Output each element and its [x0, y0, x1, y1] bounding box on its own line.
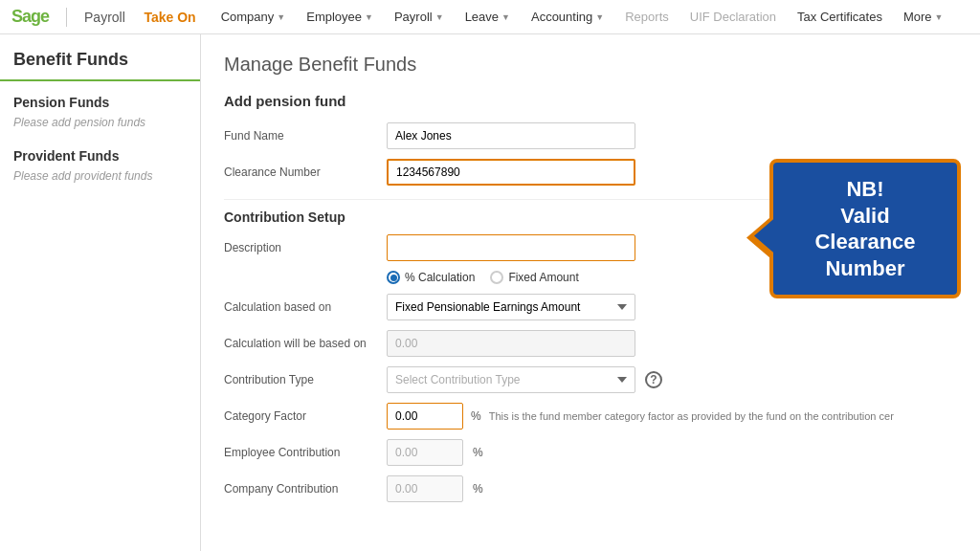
radio-pct-calc[interactable]: % Calculation: [387, 271, 475, 284]
category-factor-group: % This is the fund member category facto…: [387, 403, 894, 430]
nav-company-caret: ▼: [277, 12, 285, 22]
contribution-type-select[interactable]: Select Contribution Type: [387, 366, 635, 393]
radio-pct-circle: [387, 271, 400, 284]
nav-company-label: Company: [221, 10, 275, 24]
nav-accounting-label: Accounting: [531, 10, 592, 24]
sidebar-provident-placeholder: Please add provident funds: [0, 167, 200, 194]
contribution-type-row: Contribution Type Select Contribution Ty…: [224, 366, 957, 393]
callout-line4: Number: [825, 256, 904, 280]
category-pct: %: [471, 409, 481, 423]
sidebar-pension-title[interactable]: Pension Funds: [0, 87, 200, 114]
takeon-label: Take On: [144, 10, 195, 25]
radio-fixed-amount[interactable]: Fixed Amount: [490, 271, 578, 284]
category-factor-row: Category Factor % This is the fund membe…: [224, 403, 957, 430]
main-content: Manage Benefit Funds Add pension fund Fu…: [201, 34, 980, 551]
nav-tax[interactable]: Tax Certificates: [788, 0, 892, 34]
sidebar: Benefit Funds Pension Funds Please add p…: [0, 34, 201, 551]
clearance-input[interactable]: [387, 159, 635, 186]
company-contribution-label: Company Contribution: [224, 482, 377, 496]
callout-line1: NB!: [846, 177, 883, 201]
nav-payroll-label: Payroll: [394, 10, 433, 24]
nav-payroll[interactable]: Payroll ▼: [385, 0, 454, 34]
calc-will-input[interactable]: [387, 330, 635, 357]
nav-accounting[interactable]: Accounting ▼: [522, 0, 613, 34]
company-pct: %: [473, 482, 483, 496]
radio-pct-inner: [390, 275, 397, 281]
callout-line2: Valid: [840, 204, 889, 228]
page-title: Manage Benefit Funds: [224, 54, 957, 76]
nav-more-label: More: [903, 10, 932, 24]
nav-leave-caret: ▼: [501, 12, 510, 22]
nav-leave[interactable]: Leave ▼: [456, 0, 520, 34]
nb-callout: NB! Valid Clearance Number: [769, 159, 961, 298]
fund-name-input[interactable]: [387, 122, 635, 149]
radio-fixed-label: Fixed Amount: [508, 271, 578, 284]
contribution-type-label: Contribution Type: [224, 373, 377, 386]
fund-name-row: Fund Name: [224, 122, 957, 149]
sidebar-pension-placeholder: Please add pension funds: [0, 114, 200, 141]
employee-pct: %: [473, 446, 483, 459]
add-pension-title: Add pension fund: [224, 93, 957, 109]
nav-uif-label: UIF Declaration: [690, 10, 776, 24]
company-contribution-input[interactable]: [387, 475, 463, 502]
radio-pct-label: % Calculation: [405, 271, 475, 284]
nav-payroll-caret: ▼: [435, 12, 444, 22]
sidebar-title: Benefit Funds: [0, 34, 200, 81]
sidebar-provident-title[interactable]: Provident Funds: [0, 141, 200, 167]
callout-line3: Clearance: [814, 230, 915, 253]
topnav: Sage Payroll Take On Company ▼ Employee …: [0, 0, 980, 34]
nav-divider: [66, 8, 67, 27]
clearance-label: Clearance Number: [224, 165, 377, 179]
help-icon[interactable]: ?: [645, 371, 662, 388]
nav-employee-caret: ▼: [365, 12, 373, 22]
calc-will-row: Calculation will be based on: [224, 330, 957, 357]
employee-contribution-row: Employee Contribution %: [224, 439, 957, 466]
nav-employee[interactable]: Employee ▼: [297, 0, 383, 34]
calc-based-select[interactable]: Fixed Pensionable Earnings Amount: [387, 294, 635, 320]
description-input[interactable]: [387, 234, 635, 261]
sage-logo: Sage: [11, 7, 49, 27]
company-contribution-row: Company Contribution %: [224, 475, 957, 502]
nav-reports: Reports: [615, 0, 679, 34]
radio-fixed-circle: [490, 271, 503, 284]
nav-employee-label: Employee: [306, 10, 362, 24]
nav-leave-label: Leave: [465, 10, 499, 24]
nav-items: Company ▼ Employee ▼ Payroll ▼ Leave ▼ A…: [212, 0, 969, 34]
logo-area: Sage Payroll Take On: [11, 7, 196, 27]
category-desc: This is the fund member category factor …: [489, 410, 894, 422]
nav-reports-label: Reports: [625, 10, 669, 24]
employee-contribution-input[interactable]: [387, 439, 463, 466]
nav-more-caret: ▼: [935, 12, 944, 22]
payroll-label: Payroll: [84, 10, 125, 25]
fund-name-label: Fund Name: [224, 129, 377, 143]
category-factor-label: Category Factor: [224, 409, 377, 423]
employee-contribution-label: Employee Contribution: [224, 446, 377, 459]
description-label: Description: [224, 241, 377, 254]
calc-based-label: Calculation based on: [224, 300, 377, 314]
nav-company[interactable]: Company ▼: [212, 0, 296, 34]
category-factor-input[interactable]: [387, 403, 463, 430]
calc-will-label: Calculation will be based on: [224, 337, 377, 350]
nav-more[interactable]: More ▼: [894, 0, 953, 34]
nav-accounting-caret: ▼: [595, 12, 604, 22]
layout: Benefit Funds Pension Funds Please add p…: [0, 34, 980, 551]
nav-uif: UIF Declaration: [680, 0, 786, 34]
nav-tax-label: Tax Certificates: [797, 10, 882, 24]
